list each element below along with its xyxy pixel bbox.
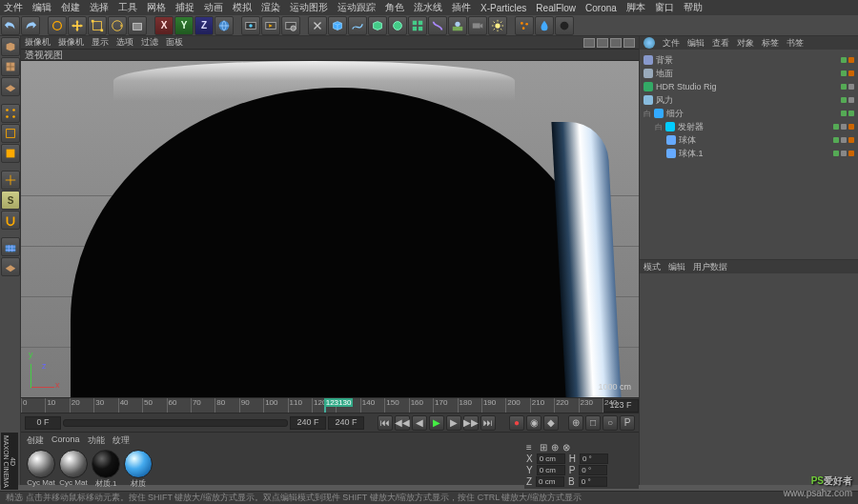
enable-snap[interactable] xyxy=(1,211,20,230)
menu-item[interactable]: RealFlow xyxy=(536,3,576,13)
start-frame-field[interactable]: 0 F xyxy=(25,416,61,430)
menu-item[interactable]: 文件 xyxy=(4,1,23,14)
viewport[interactable]: xyz 1000 cm xyxy=(21,61,639,397)
globe-icon[interactable] xyxy=(644,37,655,49)
texture-mode[interactable] xyxy=(1,57,20,76)
vp-icon[interactable] xyxy=(597,38,608,48)
attr-tab[interactable]: 模式 xyxy=(644,261,661,273)
enable-axis[interactable] xyxy=(1,171,20,190)
move-tool[interactable] xyxy=(68,16,87,35)
tree-row[interactable]: HDR Studio Rig xyxy=(644,80,854,93)
tree-row[interactable]: 风力 xyxy=(644,93,854,107)
menu-item[interactable]: 动画 xyxy=(204,1,223,14)
menu-item[interactable]: 角色 xyxy=(385,1,404,14)
locked-workplane[interactable] xyxy=(1,237,20,256)
xparticles-icon[interactable] xyxy=(515,16,534,35)
viewport-menu-item[interactable]: 过滤 xyxy=(141,36,158,49)
x-axis-lock[interactable]: X xyxy=(154,16,174,35)
add-subdiv[interactable] xyxy=(388,16,407,35)
autokey[interactable]: ◉ xyxy=(526,415,541,431)
add-cube[interactable] xyxy=(328,16,347,35)
rot-key[interactable]: ○ xyxy=(603,415,618,431)
menu-item[interactable]: 插件 xyxy=(452,1,471,14)
material-ball[interactable] xyxy=(92,450,120,478)
add-array[interactable] xyxy=(408,16,427,35)
add-spline[interactable] xyxy=(348,16,367,35)
obj-tab[interactable]: 标签 xyxy=(762,37,779,50)
material-tab[interactable]: 功能 xyxy=(88,434,105,446)
recent-tool[interactable] xyxy=(128,16,147,35)
viewport-solo[interactable]: S xyxy=(1,191,20,210)
menu-item[interactable]: 选择 xyxy=(90,1,109,14)
coord-icon[interactable]: ⊞ xyxy=(540,442,547,453)
menu-item[interactable]: 网格 xyxy=(147,1,166,14)
menu-item[interactable]: 捕捉 xyxy=(175,1,194,14)
attr-tab[interactable]: 编辑 xyxy=(668,261,685,273)
add-generator[interactable] xyxy=(368,16,387,35)
tree-row[interactable]: 白发射器 xyxy=(644,120,854,133)
tree-row[interactable]: 白细分 xyxy=(644,107,854,120)
workplane-mode[interactable] xyxy=(1,77,20,96)
goto-end[interactable]: ⏭ xyxy=(480,415,496,431)
material-ball[interactable] xyxy=(59,450,88,478)
add-null[interactable] xyxy=(308,16,327,35)
tree-row[interactable]: 背景 xyxy=(644,53,854,67)
attr-tab[interactable]: 用户数据 xyxy=(693,261,727,273)
live-select-tool[interactable] xyxy=(48,16,67,35)
menu-item[interactable]: 运动跟踪 xyxy=(337,1,376,14)
viewport-menu-item[interactable]: 显示 xyxy=(92,36,109,49)
model-mode[interactable] xyxy=(1,37,20,56)
goto-start[interactable]: ⏮ xyxy=(378,415,393,431)
menu-item[interactable]: 创建 xyxy=(61,1,80,14)
viewport-menu-item[interactable]: 选项 xyxy=(116,36,133,49)
end-frame-field2[interactable]: 240 F xyxy=(328,416,364,430)
next-frame[interactable]: ▶ xyxy=(446,415,461,431)
realflow-icon[interactable] xyxy=(535,16,554,35)
menu-item[interactable]: X-Particles xyxy=(480,3,526,13)
z-axis-lock[interactable]: Z xyxy=(194,16,214,35)
material-tab[interactable]: Corona xyxy=(51,434,80,446)
object-tree[interactable]: 背景地面HDR Studio Rig风力白细分白发射器球体球体.1 xyxy=(640,50,858,259)
obj-tab[interactable]: 对象 xyxy=(737,37,754,50)
menu-item[interactable]: 流水线 xyxy=(414,1,442,14)
viewport-menu-item[interactable]: 面板 xyxy=(166,36,183,49)
viewport-menu-item[interactable]: 摄像机 xyxy=(58,36,84,49)
coord-system[interactable] xyxy=(214,16,234,35)
poly-mode[interactable] xyxy=(1,144,20,163)
tree-row[interactable]: 球体.1 xyxy=(644,147,854,160)
prev-frame[interactable]: ◀ xyxy=(412,415,427,431)
redo-button[interactable] xyxy=(21,16,40,35)
prev-key[interactable]: ◀◀ xyxy=(395,415,410,431)
vp-icon[interactable] xyxy=(610,38,622,48)
menu-item[interactable]: 渲染 xyxy=(261,1,280,14)
menu-item[interactable]: Corona xyxy=(585,3,617,13)
vp-icon[interactable] xyxy=(623,38,635,48)
obj-tab[interactable]: 文件 xyxy=(663,37,680,50)
scale-key[interactable]: □ xyxy=(585,415,601,431)
next-key[interactable]: ▶▶ xyxy=(463,415,479,431)
timeline-ruler[interactable]: 0102030405060708090100110120130140150160… xyxy=(21,397,639,413)
play-button[interactable]: ▶ xyxy=(429,415,444,431)
add-deformer[interactable] xyxy=(428,16,447,35)
pos-key[interactable]: ⊕ xyxy=(568,415,583,431)
material-ball[interactable] xyxy=(27,450,55,478)
add-camera[interactable] xyxy=(468,16,487,35)
menu-item[interactable]: 运动图形 xyxy=(290,1,328,14)
obj-tab[interactable]: 查看 xyxy=(712,37,729,50)
material-ball[interactable] xyxy=(124,450,153,478)
coord-icon[interactable]: ⊗ xyxy=(562,442,570,453)
material-tab[interactable]: 创建 xyxy=(27,434,44,446)
y-axis-lock[interactable]: Y xyxy=(174,16,194,35)
vp-icon[interactable] xyxy=(583,38,595,48)
render-settings[interactable] xyxy=(281,16,300,35)
render-view[interactable] xyxy=(241,16,260,35)
planar-workplane[interactable] xyxy=(1,257,20,276)
add-environment[interactable] xyxy=(448,16,467,35)
rotate-tool[interactable] xyxy=(108,16,127,35)
material-tab[interactable]: 纹理 xyxy=(112,434,130,446)
end-frame-field[interactable]: 240 F xyxy=(290,416,326,430)
menu-item[interactable]: 窗口 xyxy=(655,1,674,14)
corona-icon[interactable] xyxy=(555,16,574,35)
tree-row[interactable]: 球体 xyxy=(644,133,854,147)
record-key[interactable]: ● xyxy=(509,415,524,431)
